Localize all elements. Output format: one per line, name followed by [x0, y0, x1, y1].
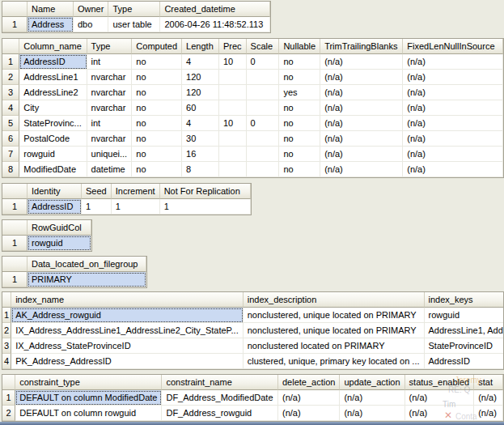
grid-corner-cell[interactable] [2, 184, 28, 199]
grid-cell[interactable]: (n/a) [320, 100, 403, 116]
grid-cell[interactable]: DEFAULT on column ModifiedDate [15, 390, 162, 406]
grid-cell[interactable]: PostalCode [19, 131, 87, 147]
row-header[interactable]: 4 [2, 100, 19, 116]
column-header[interactable]: Identity [28, 184, 82, 199]
column-header[interactable]: Name [28, 2, 74, 17]
grid-cell[interactable]: no [132, 147, 182, 162]
grid-cell[interactable]: 0 [247, 116, 280, 131]
grid-cell[interactable]: 4 [182, 116, 219, 131]
grid-corner-cell[interactable] [2, 375, 15, 390]
grid-cell[interactable]: rowguid [425, 308, 504, 323]
column-header[interactable]: Scale [247, 39, 280, 54]
grid-cell[interactable]: (n/a) [403, 116, 503, 131]
grid-cell[interactable]: (n/a) [278, 406, 340, 421]
grid-cell[interactable]: (n/a) [474, 406, 503, 421]
grid-cell[interactable]: IX_Address_StateProvinceID [11, 338, 244, 354]
grid-cell[interactable]: (n/a) [403, 147, 503, 162]
grid-cell[interactable]: nvarchar [87, 131, 133, 147]
grid-cell[interactable]: no [279, 131, 320, 147]
grid-corner-cell[interactable] [2, 257, 28, 272]
column-header[interactable]: index_name [11, 292, 244, 308]
grid-cell[interactable]: no [132, 116, 182, 131]
grid-cell[interactable]: PRIMARY [28, 272, 146, 287]
grid-cell[interactable]: IX_Address_AddressLine1_AddressLine2_Cit… [11, 323, 244, 338]
grid-corner-cell[interactable] [2, 39, 19, 54]
column-header[interactable]: constraint_type [15, 375, 162, 390]
column-header[interactable]: stat [474, 375, 503, 390]
row-header[interactable]: 2 [2, 70, 19, 85]
row-header[interactable]: 2 [2, 323, 11, 338]
grid-cell[interactable]: (n/a) [278, 390, 340, 406]
grid-cell[interactable]: nvarchar [87, 70, 133, 85]
grid-cell[interactable] [247, 70, 280, 85]
grid-cell[interactable]: dbo [74, 17, 108, 32]
row-header[interactable]: 1 [2, 390, 15, 406]
column-header[interactable]: FixedLenNullInSource [403, 39, 503, 54]
grid-cell[interactable] [247, 131, 280, 147]
grid-cell[interactable]: (n/a) [405, 390, 475, 406]
grid-cell[interactable] [247, 85, 280, 100]
grid-cell[interactable]: AddressLine1, Add [425, 323, 504, 338]
grid-cell[interactable] [219, 162, 247, 177]
grid-cell[interactable]: 16 [182, 147, 219, 162]
column-header[interactable]: Not For Replication [160, 184, 251, 199]
grid-corner-cell[interactable] [2, 220, 28, 236]
grid-corner-cell[interactable] [2, 2, 28, 17]
row-header[interactable]: 3 [2, 338, 11, 354]
row-header[interactable]: 2 [2, 406, 15, 421]
grid-cell[interactable]: AddressID [19, 54, 87, 70]
grid-cell[interactable]: (n/a) [405, 406, 475, 421]
row-header[interactable]: 3 [2, 85, 19, 100]
row-header[interactable]: 1 [2, 272, 28, 287]
grid-cell[interactable]: 8 [182, 162, 219, 177]
grid-cell[interactable] [219, 147, 247, 162]
grid-cell[interactable]: (n/a) [403, 162, 503, 177]
row-header[interactable]: 7 [2, 147, 19, 162]
grid-cell[interactable]: AddressLine1 [19, 70, 87, 85]
column-header[interactable]: delete_action [278, 375, 340, 390]
grid-cell[interactable]: no [279, 70, 320, 85]
column-header[interactable]: Type [87, 39, 133, 54]
grid-cell[interactable]: StateProvinc... [19, 116, 87, 131]
column-header[interactable]: Computed [132, 39, 182, 54]
grid-cell[interactable]: DEFAULT on column rowguid [15, 406, 162, 421]
grid-cell[interactable]: (n/a) [320, 70, 403, 85]
grid-cell[interactable]: AK_Address_rowguid [11, 308, 244, 323]
column-header[interactable]: Length [182, 39, 219, 54]
column-header[interactable]: Created_datetime [160, 2, 270, 17]
grid-cell[interactable]: 30 [182, 131, 219, 147]
column-header[interactable]: index_description [244, 292, 425, 308]
grid-cell[interactable] [247, 162, 280, 177]
row-header[interactable]: 1 [2, 54, 19, 70]
grid-cell[interactable]: 120 [182, 85, 219, 100]
grid-cell[interactable]: nonclustered, unique located on PRIMARY [244, 323, 425, 338]
row-header[interactable]: 1 [2, 236, 28, 251]
grid-cell[interactable] [247, 100, 280, 116]
column-header[interactable]: status_enabled [405, 375, 475, 390]
grid-cell[interactable]: AddressID [28, 199, 82, 215]
grid-cell[interactable]: (n/a) [320, 162, 403, 177]
grid-cell[interactable]: (n/a) [403, 131, 503, 147]
grid-cell[interactable]: (n/a) [474, 390, 503, 406]
grid-cell[interactable]: no [279, 162, 320, 177]
row-header[interactable]: 1 [2, 308, 11, 323]
grid-cell[interactable] [219, 100, 247, 116]
grid-cell[interactable]: DF_Address_rowguid [162, 406, 278, 421]
grid-cell[interactable]: datetime [87, 162, 133, 177]
grid-cell[interactable]: (n/a) [340, 390, 404, 406]
grid-cell[interactable]: nonclustered located on PRIMARY [244, 338, 425, 354]
grid-cell[interactable]: no [279, 54, 320, 70]
grid-cell[interactable]: Address [28, 17, 74, 32]
grid-cell[interactable]: no [132, 85, 182, 100]
grid-cell[interactable]: no [279, 116, 320, 131]
grid-cell[interactable]: 1 [82, 199, 112, 215]
grid-cell[interactable]: PK_Address_AddressID [11, 354, 244, 369]
grid-cell[interactable]: 2006-04-26 11:48:52.113 [160, 17, 270, 32]
grid-cell[interactable]: uniquei... [87, 147, 133, 162]
column-header[interactable]: update_action [340, 375, 404, 390]
column-header[interactable]: constraint_name [162, 375, 278, 390]
grid-cell[interactable]: AddressID [425, 354, 504, 369]
grid-cell[interactable]: nvarchar [87, 85, 133, 100]
column-header[interactable]: TrimTrailingBlanks [320, 39, 403, 54]
grid-cell[interactable]: 1 [160, 199, 251, 215]
